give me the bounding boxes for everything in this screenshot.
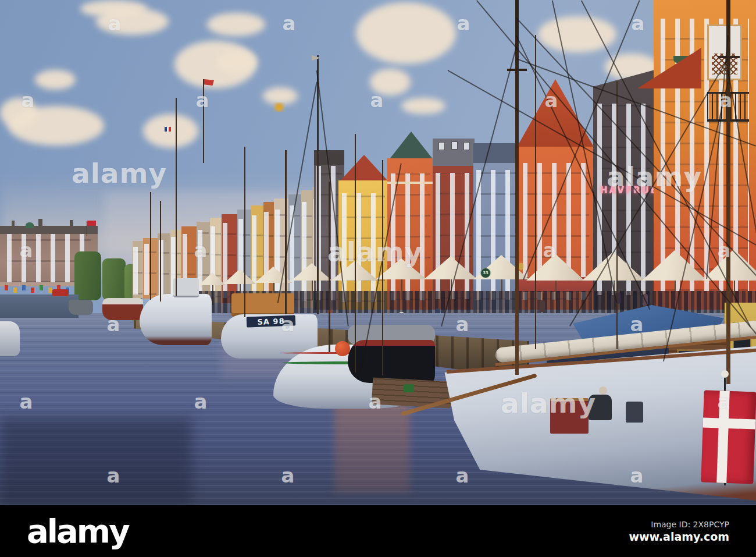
scenery-shape bbox=[391, 173, 431, 300]
mast bbox=[176, 98, 177, 296]
townhouse-orange-green-roof bbox=[387, 132, 435, 162]
mast bbox=[355, 134, 356, 372]
scenery-shape bbox=[198, 230, 209, 297]
french-flag bbox=[165, 127, 171, 132]
cloud bbox=[401, 98, 445, 114]
scenery-shape bbox=[302, 202, 311, 301]
distant-building bbox=[288, 194, 301, 307]
crosstree bbox=[718, 56, 740, 58]
cloud bbox=[216, 50, 257, 73]
scenery-shape bbox=[252, 215, 262, 299]
danish-flag-small bbox=[87, 221, 96, 226]
watermark-tile: a bbox=[457, 12, 470, 35]
mast bbox=[382, 160, 383, 375]
red-vehicle bbox=[52, 289, 69, 296]
danish-flag bbox=[701, 390, 756, 484]
scenery-shape bbox=[342, 193, 385, 302]
red-flag bbox=[204, 79, 214, 86]
sailor-body bbox=[589, 395, 612, 420]
sailor-person bbox=[594, 386, 614, 395]
red-deck-box bbox=[550, 398, 589, 434]
dark-reflection bbox=[0, 418, 192, 505]
green-dome bbox=[26, 222, 34, 228]
garland-flag bbox=[22, 285, 26, 290]
mast bbox=[203, 79, 204, 163]
boat-white-bow bbox=[140, 294, 212, 345]
person bbox=[540, 300, 545, 312]
scenery-shape bbox=[264, 212, 273, 299]
stock-photo-page: HAVFRUEN 33 bbox=[0, 0, 756, 557]
scenery-shape bbox=[463, 142, 470, 150]
mast bbox=[535, 35, 536, 349]
buoy bbox=[335, 341, 350, 356]
scenery-shape bbox=[12, 221, 15, 226]
townhouse-bluegray bbox=[473, 143, 519, 310]
left-edge-boat bbox=[0, 321, 20, 356]
boat-red-distant bbox=[102, 298, 143, 320]
distant-building bbox=[222, 214, 237, 303]
mast bbox=[150, 192, 151, 300]
garland-flag bbox=[31, 288, 34, 293]
scenery-shape bbox=[70, 220, 73, 226]
distant-building bbox=[251, 205, 263, 305]
garland-flag bbox=[13, 288, 17, 293]
main-mast bbox=[515, 0, 519, 375]
alamy-url: www.alamy.com bbox=[629, 530, 729, 543]
mast bbox=[160, 201, 161, 301]
boat-dark-hull bbox=[348, 340, 435, 383]
scenery-shape bbox=[476, 170, 515, 300]
cloud bbox=[35, 70, 76, 90]
hedge-tree bbox=[74, 251, 101, 300]
scenery-shape bbox=[451, 141, 458, 150]
nyhavn-photo: HAVFRUEN 33 bbox=[0, 0, 756, 505]
boat-gray-distant bbox=[69, 300, 93, 315]
garland-flag bbox=[48, 288, 52, 293]
distant-building bbox=[263, 202, 274, 306]
cloud bbox=[370, 69, 411, 95]
image-id: Image ID: 2X8PCYP bbox=[629, 520, 729, 529]
scenery-shape bbox=[223, 223, 236, 298]
flag-pole-cap bbox=[721, 370, 729, 378]
cloud bbox=[96, 8, 169, 35]
scenery-shape bbox=[703, 418, 756, 430]
hedge-tree bbox=[102, 258, 126, 300]
garland-flag bbox=[40, 285, 43, 290]
scenery-shape bbox=[599, 386, 607, 395]
left-quay-wall bbox=[0, 295, 79, 318]
gold-crown-emblem bbox=[273, 102, 285, 112]
scenery-shape bbox=[438, 142, 445, 150]
alamy-footer-bar: alamy Image ID: 2X8PCYP www.alamy.com bbox=[0, 505, 756, 557]
sa98-registration: SA 98 bbox=[247, 315, 296, 328]
boat-white-cabin bbox=[173, 278, 199, 297]
mast bbox=[317, 55, 319, 314]
townhouse-orange bbox=[387, 158, 434, 310]
cloud bbox=[356, 2, 456, 64]
cafe-badge-33: 33 bbox=[480, 268, 491, 278]
townhouse-yellow bbox=[338, 180, 388, 310]
scenery-shape bbox=[290, 205, 301, 300]
cloud bbox=[8, 106, 104, 146]
scenery-shape bbox=[716, 391, 730, 483]
green-crate bbox=[404, 384, 414, 392]
scenery-shape bbox=[133, 247, 142, 295]
watermark-tile: a bbox=[283, 12, 296, 35]
scenery-shape: Image ID: 2X8PCYP www.alamy.com bbox=[629, 520, 729, 543]
sailor-companion bbox=[626, 402, 643, 423]
scenery-shape bbox=[387, 182, 434, 184]
mast bbox=[329, 182, 330, 352]
mast bbox=[616, 81, 618, 349]
distant-building bbox=[210, 218, 222, 303]
lantern bbox=[519, 263, 523, 270]
pennant-flag bbox=[312, 55, 320, 61]
garland-flag bbox=[5, 285, 8, 290]
scenery-shape bbox=[38, 219, 42, 226]
mast bbox=[244, 147, 245, 317]
alamy-logo: alamy bbox=[27, 515, 129, 548]
watermark-tile: a bbox=[196, 88, 209, 112]
mast bbox=[285, 150, 287, 314]
scenery-shape bbox=[0, 226, 98, 234]
distant-building bbox=[133, 241, 143, 298]
cloud bbox=[207, 13, 265, 36]
